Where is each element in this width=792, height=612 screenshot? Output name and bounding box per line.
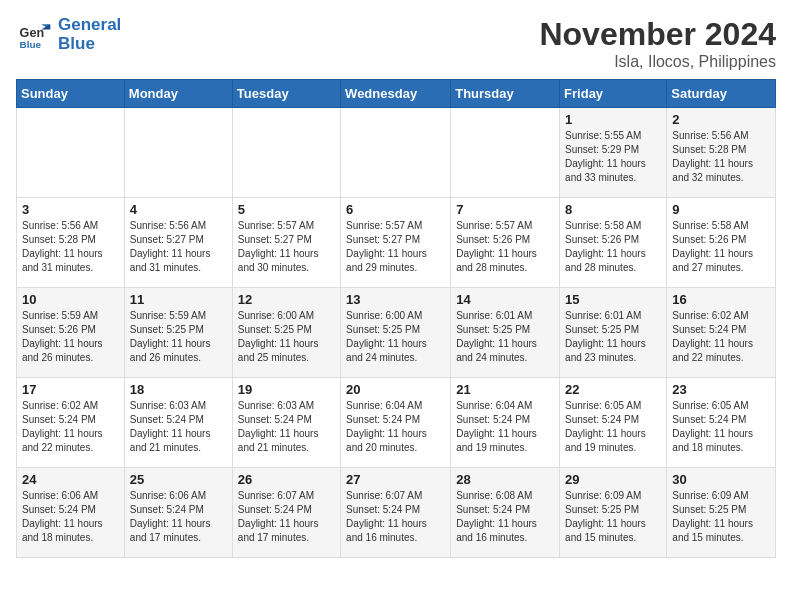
calendar-cell: 14Sunrise: 6:01 AM Sunset: 5:25 PM Dayli… (451, 288, 560, 378)
day-info: Sunrise: 6:04 AM Sunset: 5:24 PM Dayligh… (456, 399, 554, 455)
day-number: 28 (456, 472, 554, 487)
week-row-3: 10Sunrise: 5:59 AM Sunset: 5:26 PM Dayli… (17, 288, 776, 378)
weekday-header-wednesday: Wednesday (341, 80, 451, 108)
calendar-cell: 29Sunrise: 6:09 AM Sunset: 5:25 PM Dayli… (560, 468, 667, 558)
day-info: Sunrise: 6:01 AM Sunset: 5:25 PM Dayligh… (565, 309, 661, 365)
month-year: November 2024 (539, 16, 776, 53)
day-info: Sunrise: 5:59 AM Sunset: 5:26 PM Dayligh… (22, 309, 119, 365)
calendar-cell: 22Sunrise: 6:05 AM Sunset: 5:24 PM Dayli… (560, 378, 667, 468)
calendar-cell: 23Sunrise: 6:05 AM Sunset: 5:24 PM Dayli… (667, 378, 776, 468)
day-number: 30 (672, 472, 770, 487)
day-number: 17 (22, 382, 119, 397)
day-info: Sunrise: 6:04 AM Sunset: 5:24 PM Dayligh… (346, 399, 445, 455)
logo: Gen Blue General Blue (16, 16, 121, 53)
day-number: 27 (346, 472, 445, 487)
week-row-1: 1Sunrise: 5:55 AM Sunset: 5:29 PM Daylig… (17, 108, 776, 198)
day-info: Sunrise: 5:57 AM Sunset: 5:27 PM Dayligh… (346, 219, 445, 275)
calendar-cell: 12Sunrise: 6:00 AM Sunset: 5:25 PM Dayli… (232, 288, 340, 378)
weekday-header-sunday: Sunday (17, 80, 125, 108)
calendar-cell: 2Sunrise: 5:56 AM Sunset: 5:28 PM Daylig… (667, 108, 776, 198)
day-info: Sunrise: 6:05 AM Sunset: 5:24 PM Dayligh… (672, 399, 770, 455)
day-info: Sunrise: 5:58 AM Sunset: 5:26 PM Dayligh… (672, 219, 770, 275)
calendar-cell: 4Sunrise: 5:56 AM Sunset: 5:27 PM Daylig… (124, 198, 232, 288)
day-number: 6 (346, 202, 445, 217)
calendar-cell: 7Sunrise: 5:57 AM Sunset: 5:26 PM Daylig… (451, 198, 560, 288)
day-number: 26 (238, 472, 335, 487)
day-number: 19 (238, 382, 335, 397)
day-number: 2 (672, 112, 770, 127)
calendar-cell: 21Sunrise: 6:04 AM Sunset: 5:24 PM Dayli… (451, 378, 560, 468)
calendar-cell: 19Sunrise: 6:03 AM Sunset: 5:24 PM Dayli… (232, 378, 340, 468)
svg-text:Gen: Gen (20, 25, 44, 39)
day-number: 16 (672, 292, 770, 307)
day-number: 13 (346, 292, 445, 307)
day-info: Sunrise: 6:00 AM Sunset: 5:25 PM Dayligh… (346, 309, 445, 365)
day-info: Sunrise: 5:55 AM Sunset: 5:29 PM Dayligh… (565, 129, 661, 185)
calendar-cell: 6Sunrise: 5:57 AM Sunset: 5:27 PM Daylig… (341, 198, 451, 288)
calendar-cell (17, 108, 125, 198)
day-info: Sunrise: 6:07 AM Sunset: 5:24 PM Dayligh… (238, 489, 335, 545)
day-info: Sunrise: 6:09 AM Sunset: 5:25 PM Dayligh… (672, 489, 770, 545)
location: Isla, Ilocos, Philippines (539, 53, 776, 71)
day-number: 18 (130, 382, 227, 397)
day-number: 10 (22, 292, 119, 307)
day-number: 25 (130, 472, 227, 487)
calendar-cell: 28Sunrise: 6:08 AM Sunset: 5:24 PM Dayli… (451, 468, 560, 558)
day-info: Sunrise: 6:01 AM Sunset: 5:25 PM Dayligh… (456, 309, 554, 365)
calendar-cell (124, 108, 232, 198)
day-info: Sunrise: 5:56 AM Sunset: 5:28 PM Dayligh… (672, 129, 770, 185)
calendar-cell: 13Sunrise: 6:00 AM Sunset: 5:25 PM Dayli… (341, 288, 451, 378)
weekday-header-saturday: Saturday (667, 80, 776, 108)
day-info: Sunrise: 5:58 AM Sunset: 5:26 PM Dayligh… (565, 219, 661, 275)
svg-text:Blue: Blue (20, 38, 42, 49)
logo-icon: Gen Blue (16, 17, 52, 53)
calendar-cell: 26Sunrise: 6:07 AM Sunset: 5:24 PM Dayli… (232, 468, 340, 558)
day-number: 29 (565, 472, 661, 487)
day-info: Sunrise: 5:59 AM Sunset: 5:25 PM Dayligh… (130, 309, 227, 365)
day-number: 21 (456, 382, 554, 397)
calendar-cell: 16Sunrise: 6:02 AM Sunset: 5:24 PM Dayli… (667, 288, 776, 378)
day-number: 24 (22, 472, 119, 487)
weekday-header-row: SundayMondayTuesdayWednesdayThursdayFrid… (17, 80, 776, 108)
day-number: 14 (456, 292, 554, 307)
weekday-header-thursday: Thursday (451, 80, 560, 108)
calendar-cell: 20Sunrise: 6:04 AM Sunset: 5:24 PM Dayli… (341, 378, 451, 468)
weekday-header-monday: Monday (124, 80, 232, 108)
day-number: 5 (238, 202, 335, 217)
day-info: Sunrise: 5:57 AM Sunset: 5:26 PM Dayligh… (456, 219, 554, 275)
day-number: 3 (22, 202, 119, 217)
calendar-cell: 24Sunrise: 6:06 AM Sunset: 5:24 PM Dayli… (17, 468, 125, 558)
week-row-4: 17Sunrise: 6:02 AM Sunset: 5:24 PM Dayli… (17, 378, 776, 468)
day-number: 22 (565, 382, 661, 397)
calendar-cell: 3Sunrise: 5:56 AM Sunset: 5:28 PM Daylig… (17, 198, 125, 288)
day-number: 8 (565, 202, 661, 217)
calendar-cell: 10Sunrise: 5:59 AM Sunset: 5:26 PM Dayli… (17, 288, 125, 378)
day-info: Sunrise: 6:08 AM Sunset: 5:24 PM Dayligh… (456, 489, 554, 545)
day-info: Sunrise: 6:09 AM Sunset: 5:25 PM Dayligh… (565, 489, 661, 545)
calendar-cell (451, 108, 560, 198)
header: Gen Blue General Blue November 2024 Isla… (16, 16, 776, 71)
calendar-cell: 15Sunrise: 6:01 AM Sunset: 5:25 PM Dayli… (560, 288, 667, 378)
weekday-header-friday: Friday (560, 80, 667, 108)
day-info: Sunrise: 6:06 AM Sunset: 5:24 PM Dayligh… (22, 489, 119, 545)
calendar-cell: 18Sunrise: 6:03 AM Sunset: 5:24 PM Dayli… (124, 378, 232, 468)
title-block: November 2024 Isla, Ilocos, Philippines (539, 16, 776, 71)
calendar-cell: 9Sunrise: 5:58 AM Sunset: 5:26 PM Daylig… (667, 198, 776, 288)
day-info: Sunrise: 5:56 AM Sunset: 5:27 PM Dayligh… (130, 219, 227, 275)
calendar-cell: 25Sunrise: 6:06 AM Sunset: 5:24 PM Dayli… (124, 468, 232, 558)
day-number: 11 (130, 292, 227, 307)
day-number: 7 (456, 202, 554, 217)
week-row-5: 24Sunrise: 6:06 AM Sunset: 5:24 PM Dayli… (17, 468, 776, 558)
calendar-cell (341, 108, 451, 198)
calendar-cell: 17Sunrise: 6:02 AM Sunset: 5:24 PM Dayli… (17, 378, 125, 468)
calendar-cell: 27Sunrise: 6:07 AM Sunset: 5:24 PM Dayli… (341, 468, 451, 558)
day-info: Sunrise: 6:06 AM Sunset: 5:24 PM Dayligh… (130, 489, 227, 545)
logo-blue: Blue (58, 35, 121, 54)
day-number: 9 (672, 202, 770, 217)
day-number: 20 (346, 382, 445, 397)
day-info: Sunrise: 5:56 AM Sunset: 5:28 PM Dayligh… (22, 219, 119, 275)
calendar-cell: 30Sunrise: 6:09 AM Sunset: 5:25 PM Dayli… (667, 468, 776, 558)
day-info: Sunrise: 6:05 AM Sunset: 5:24 PM Dayligh… (565, 399, 661, 455)
day-number: 4 (130, 202, 227, 217)
day-info: Sunrise: 6:02 AM Sunset: 5:24 PM Dayligh… (22, 399, 119, 455)
